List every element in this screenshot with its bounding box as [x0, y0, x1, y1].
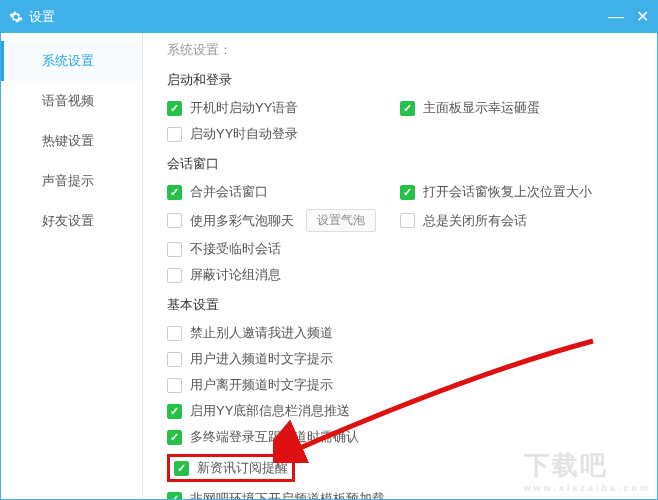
sidebar-item-label: 热键设置 — [42, 132, 94, 150]
option-label: 启动YY时自动登录 — [190, 125, 298, 143]
settings-window: 设置 — ✕ 系统设置 语音视频 热键设置 声音提示 好友设置 系统设置： 启动… — [0, 0, 658, 500]
option-label: 使用多彩气泡聊天 — [190, 212, 294, 230]
window-title: 设置 — [9, 8, 55, 26]
bubble-settings-button[interactable]: 设置气泡 — [306, 209, 376, 232]
sidebar-item-hotkey[interactable]: 热键设置 — [1, 121, 142, 161]
checkbox[interactable] — [167, 242, 182, 257]
option-row: 非网吧环境下开启频道模板预加载 — [167, 490, 633, 499]
titlebar: 设置 — ✕ — [1, 1, 657, 33]
section-title-startup: 启动和登录 — [167, 71, 633, 89]
checkbox[interactable] — [167, 127, 182, 142]
sidebar-item-label: 语音视频 — [42, 92, 94, 110]
checkbox[interactable] — [167, 492, 182, 500]
content-pane: 系统设置： 启动和登录 开机时启动YY语音 主面板显示幸运砸蛋 启动YY时自动登… — [143, 33, 657, 499]
option-label: 启用YY底部信息栏消息推送 — [190, 402, 350, 420]
option-label: 总是关闭所有会话 — [423, 212, 527, 230]
sidebar-item-sound[interactable]: 声音提示 — [1, 161, 142, 201]
checkbox[interactable] — [167, 213, 182, 228]
sidebar-item-friend[interactable]: 好友设置 — [1, 201, 142, 241]
option-label: 非网吧环境下开启频道模板预加载 — [190, 490, 385, 499]
option-row: 开机时启动YY语音 主面板显示幸运砸蛋 — [167, 99, 633, 117]
highlight-annotation: 新资讯订阅提醒 — [167, 454, 295, 482]
option-label: 主面板显示幸运砸蛋 — [423, 99, 540, 117]
gear-icon — [9, 10, 23, 24]
option-label: 合并会话窗口 — [190, 183, 268, 201]
option-label: 屏蔽讨论组消息 — [190, 266, 281, 284]
option-label: 用户离开频道时文字提示 — [190, 376, 333, 394]
checkbox[interactable] — [167, 404, 182, 419]
minimize-button[interactable]: — — [608, 9, 624, 25]
option-label: 开机时启动YY语音 — [190, 99, 298, 117]
option-label: 多终端登录互踢频道时需确认 — [190, 428, 359, 446]
option-row: 用户离开频道时文字提示 — [167, 376, 633, 394]
option-row: 多终端登录互踢频道时需确认 — [167, 428, 633, 446]
option-row: 启动YY时自动登录 — [167, 125, 633, 143]
checkbox[interactable] — [167, 352, 182, 367]
partial-section-title: 系统设置： — [167, 41, 633, 59]
option-label: 不接受临时会话 — [190, 240, 281, 258]
window-body: 系统设置 语音视频 热键设置 声音提示 好友设置 系统设置： 启动和登录 开机时… — [1, 33, 657, 499]
option-label: 新资讯订阅提醒 — [197, 459, 288, 477]
sidebar: 系统设置 语音视频 热键设置 声音提示 好友设置 — [1, 33, 143, 499]
option-label: 用户进入频道时文字提示 — [190, 350, 333, 368]
option-row: 合并会话窗口 打开会话窗恢复上次位置大小 — [167, 183, 633, 201]
option-label: 打开会话窗恢复上次位置大小 — [423, 183, 592, 201]
section-title-session: 会话窗口 — [167, 155, 633, 173]
option-label: 禁止别人邀请我进入频道 — [190, 324, 333, 342]
sidebar-item-label: 声音提示 — [42, 172, 94, 190]
sidebar-item-label: 好友设置 — [42, 212, 94, 230]
option-row: 不接受临时会话 — [167, 240, 633, 258]
sidebar-item-system[interactable]: 系统设置 — [1, 41, 142, 81]
option-row: 用户进入频道时文字提示 — [167, 350, 633, 368]
option-row: 使用多彩气泡聊天 设置气泡 总是关闭所有会话 — [167, 209, 633, 232]
checkbox[interactable] — [174, 461, 189, 476]
checkbox[interactable] — [167, 378, 182, 393]
option-row-highlighted: 新资讯订阅提醒 — [167, 454, 633, 482]
checkbox[interactable] — [400, 185, 415, 200]
checkbox[interactable] — [167, 268, 182, 283]
checkbox[interactable] — [167, 101, 182, 116]
option-row: 屏蔽讨论组消息 — [167, 266, 633, 284]
sidebar-item-label: 系统设置 — [42, 52, 94, 70]
checkbox[interactable] — [400, 213, 415, 228]
section-title-basic: 基本设置 — [167, 296, 633, 314]
option-row: 启用YY底部信息栏消息推送 — [167, 402, 633, 420]
window-controls: — ✕ — [608, 9, 649, 25]
close-button[interactable]: ✕ — [636, 9, 649, 25]
sidebar-item-voice[interactable]: 语音视频 — [1, 81, 142, 121]
checkbox[interactable] — [167, 430, 182, 445]
checkbox[interactable] — [167, 185, 182, 200]
option-row: 禁止别人邀请我进入频道 — [167, 324, 633, 342]
checkbox[interactable] — [400, 101, 415, 116]
checkbox[interactable] — [167, 326, 182, 341]
window-title-text: 设置 — [29, 8, 55, 26]
